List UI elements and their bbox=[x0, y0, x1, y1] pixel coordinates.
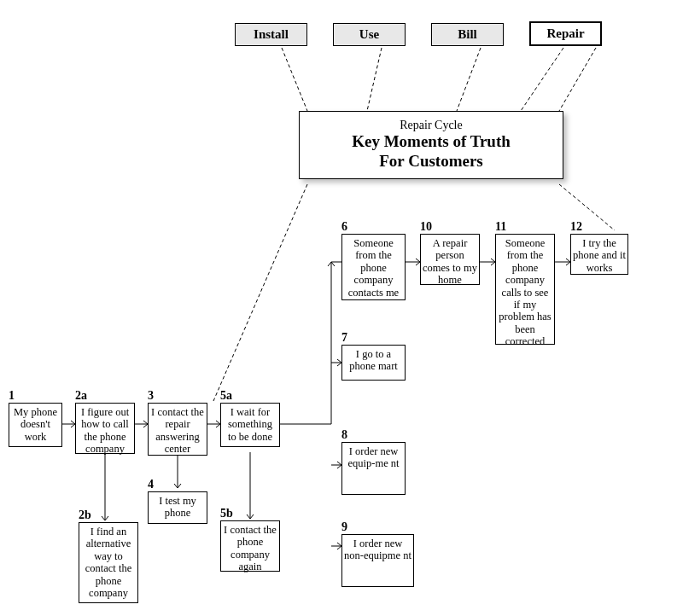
node-8: I order new equip-me nt bbox=[341, 442, 406, 495]
node-2a: I figure out how to call the phone compa… bbox=[75, 403, 135, 454]
node-4: I test my phone bbox=[148, 491, 207, 524]
label-5a: 5a bbox=[220, 389, 232, 403]
tab-install: Install bbox=[235, 23, 307, 46]
node-3: I contact the repair answering center bbox=[148, 403, 207, 456]
node-12: I try the phone and it works bbox=[570, 234, 628, 275]
label-5b: 5b bbox=[220, 507, 233, 520]
label-2a: 2a bbox=[75, 389, 87, 403]
title-line2: Key Moments of Truth bbox=[305, 132, 557, 152]
node-1: My phone doesn't work bbox=[9, 403, 62, 447]
label-10: 10 bbox=[420, 220, 432, 234]
node-6: Someone from the phone company contacts … bbox=[341, 234, 406, 300]
label-11: 11 bbox=[495, 220, 506, 234]
label-8: 8 bbox=[341, 428, 347, 442]
label-7: 7 bbox=[341, 331, 347, 345]
label-6: 6 bbox=[341, 220, 347, 234]
svg-line-0 bbox=[282, 48, 307, 111]
node-2b: I find an alternative way to contact the… bbox=[79, 522, 138, 603]
tab-repair: Repair bbox=[529, 21, 602, 46]
tab-bill: Bill bbox=[431, 23, 504, 46]
node-5b: I contact the phone company again bbox=[220, 520, 280, 572]
label-4: 4 bbox=[148, 478, 154, 491]
node-5a: I wait for something to be done bbox=[220, 403, 280, 447]
label-12: 12 bbox=[570, 220, 582, 234]
node-7: I go to a phone mart bbox=[341, 345, 406, 381]
svg-line-3 bbox=[521, 48, 563, 111]
title-box: Repair Cycle Key Moments of Truth For Cu… bbox=[299, 111, 563, 179]
label-2b: 2b bbox=[79, 508, 91, 522]
title-line1: Repair Cycle bbox=[305, 119, 557, 132]
svg-line-2 bbox=[457, 48, 481, 111]
label-3: 3 bbox=[148, 389, 154, 403]
label-1: 1 bbox=[9, 389, 15, 403]
node-9: I order new non-equipme nt bbox=[341, 534, 414, 587]
tab-use: Use bbox=[333, 23, 406, 46]
node-10: A repair person comes to my home bbox=[420, 234, 480, 285]
diagram-canvas: Install Use Bill Repair Repair Cycle Key… bbox=[0, 0, 677, 616]
svg-line-6 bbox=[559, 184, 615, 230]
node-11: Someone from the phone company calls to … bbox=[495, 234, 555, 345]
svg-line-1 bbox=[367, 48, 382, 111]
title-line3: For Customers bbox=[305, 152, 557, 171]
label-9: 9 bbox=[341, 520, 347, 534]
svg-line-5 bbox=[213, 184, 307, 401]
svg-line-4 bbox=[559, 48, 596, 111]
